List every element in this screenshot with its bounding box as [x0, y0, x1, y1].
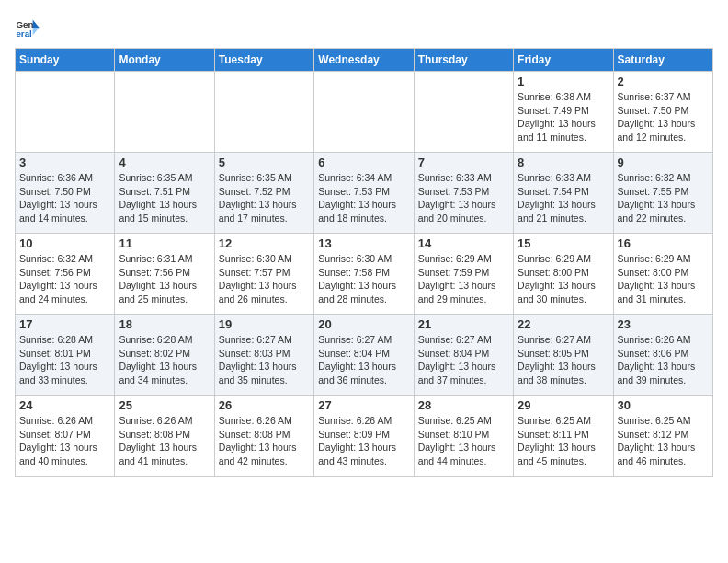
day-number: 2 — [618, 75, 709, 88]
cell-line: Sunset: 8:01 PM — [19, 347, 110, 361]
cell-line: Sunrise: 6:33 AM — [418, 171, 509, 185]
cell-line: Sunrise: 6:29 AM — [418, 252, 509, 266]
cell-line: Sunrise: 6:31 AM — [119, 252, 210, 266]
day-number: 5 — [219, 155, 310, 169]
cell-line: Daylight: 13 hours — [418, 279, 509, 293]
weekday-header-monday: Monday — [115, 49, 214, 72]
cell-line: and 41 minutes. — [119, 454, 210, 468]
day-number: 19 — [219, 317, 310, 331]
cell-line: Daylight: 13 hours — [19, 279, 110, 293]
cell-line: and 26 minutes. — [219, 293, 310, 306]
cell-line: Sunrise: 6:25 AM — [518, 414, 609, 428]
cell-line: and 38 minutes. — [518, 373, 609, 387]
cell-line: Sunset: 8:12 PM — [618, 428, 709, 442]
cell-line: Sunset: 7:57 PM — [219, 266, 310, 280]
cell-line: Sunrise: 6:36 AM — [19, 171, 110, 185]
day-number: 10 — [19, 236, 110, 250]
day-number: 17 — [19, 317, 110, 331]
calendar-cell: 29Sunrise: 6:25 AMSunset: 8:11 PMDayligh… — [514, 396, 613, 477]
cell-line: Daylight: 13 hours — [119, 198, 210, 212]
day-number: 25 — [119, 398, 210, 412]
cell-line: and 37 minutes. — [418, 373, 509, 387]
day-number: 3 — [19, 155, 110, 169]
calendar-cell: 18Sunrise: 6:28 AMSunset: 8:02 PMDayligh… — [115, 315, 214, 396]
calendar-cell: 17Sunrise: 6:28 AMSunset: 8:01 PMDayligh… — [16, 315, 115, 396]
cell-line: and 12 minutes. — [618, 131, 709, 144]
cell-line: Sunrise: 6:38 AM — [518, 90, 609, 104]
cell-line: and 25 minutes. — [119, 293, 210, 306]
day-number: 6 — [318, 155, 409, 169]
cell-line: and 34 minutes. — [119, 373, 210, 387]
cell-line: Daylight: 13 hours — [618, 279, 709, 293]
calendar-cell: 11Sunrise: 6:31 AMSunset: 7:56 PMDayligh… — [115, 234, 214, 315]
cell-line: Sunrise: 6:26 AM — [19, 414, 110, 428]
cell-line: Daylight: 13 hours — [618, 117, 709, 131]
cell-line: Sunset: 7:54 PM — [518, 185, 609, 199]
day-number: 9 — [618, 155, 709, 169]
calendar-cell: 22Sunrise: 6:27 AMSunset: 8:05 PMDayligh… — [514, 315, 613, 396]
calendar-cell — [16, 72, 115, 153]
cell-line: Sunset: 7:52 PM — [219, 185, 310, 199]
cell-line: Daylight: 13 hours — [518, 198, 609, 212]
calendar-cell: 4Sunrise: 6:35 AMSunset: 7:51 PMDaylight… — [115, 153, 214, 234]
cell-line: Sunset: 7:55 PM — [618, 185, 709, 199]
calendar-cell — [115, 72, 214, 153]
day-number: 29 — [518, 398, 609, 412]
cell-line: and 11 minutes. — [518, 131, 609, 144]
cell-line: and 45 minutes. — [518, 454, 609, 468]
cell-line: Sunrise: 6:27 AM — [518, 333, 609, 347]
calendar-cell: 10Sunrise: 6:32 AMSunset: 7:56 PMDayligh… — [16, 234, 115, 315]
calendar-cell: 9Sunrise: 6:32 AMSunset: 7:55 PMDaylight… — [613, 153, 712, 234]
cell-line: Daylight: 13 hours — [518, 441, 609, 454]
cell-line: Sunrise: 6:34 AM — [318, 171, 409, 185]
cell-line: Daylight: 13 hours — [618, 360, 709, 373]
cell-line: Daylight: 13 hours — [19, 441, 110, 454]
cell-line: Sunrise: 6:35 AM — [219, 171, 310, 185]
cell-line: Sunset: 8:02 PM — [119, 347, 210, 361]
day-number: 11 — [119, 236, 210, 250]
cell-line: Sunrise: 6:26 AM — [119, 414, 210, 428]
calendar-table: SundayMondayTuesdayWednesdayThursdayFrid… — [15, 48, 713, 477]
calendar-cell: 24Sunrise: 6:26 AMSunset: 8:07 PMDayligh… — [16, 396, 115, 477]
day-number: 28 — [418, 398, 509, 412]
cell-line: Daylight: 13 hours — [418, 198, 509, 212]
cell-line: Daylight: 13 hours — [418, 441, 509, 454]
day-number: 23 — [618, 317, 709, 331]
cell-line: and 33 minutes. — [19, 373, 110, 387]
calendar-week-row: 17Sunrise: 6:28 AMSunset: 8:01 PMDayligh… — [16, 315, 713, 396]
cell-line: Sunset: 7:51 PM — [119, 185, 210, 199]
cell-line: Sunset: 8:11 PM — [518, 428, 609, 442]
calendar-week-row: 24Sunrise: 6:26 AMSunset: 8:07 PMDayligh… — [16, 396, 713, 477]
cell-line: Sunrise: 6:28 AM — [119, 333, 210, 347]
day-number: 22 — [518, 317, 609, 331]
calendar-cell: 5Sunrise: 6:35 AMSunset: 7:52 PMDaylight… — [214, 153, 313, 234]
calendar-cell: 21Sunrise: 6:27 AMSunset: 8:04 PMDayligh… — [414, 315, 513, 396]
cell-line: Sunset: 8:03 PM — [219, 347, 310, 361]
cell-line: and 43 minutes. — [318, 454, 409, 468]
cell-line: Sunrise: 6:37 AM — [618, 90, 709, 104]
cell-line: and 35 minutes. — [219, 373, 310, 387]
day-number: 30 — [618, 398, 709, 412]
cell-line: Daylight: 13 hours — [19, 360, 110, 373]
cell-line: Sunrise: 6:32 AM — [19, 252, 110, 266]
cell-line: and 14 minutes. — [19, 212, 110, 225]
day-number: 24 — [19, 398, 110, 412]
logo-icon: Gen eral — [15, 15, 40, 40]
day-number: 4 — [119, 155, 210, 169]
calendar-cell: 7Sunrise: 6:33 AMSunset: 7:53 PMDaylight… — [414, 153, 513, 234]
calendar-cell: 14Sunrise: 6:29 AMSunset: 7:59 PMDayligh… — [414, 234, 513, 315]
day-number: 27 — [318, 398, 409, 412]
day-number: 13 — [318, 236, 409, 250]
cell-line: Sunrise: 6:30 AM — [318, 252, 409, 266]
day-number: 12 — [219, 236, 310, 250]
cell-line: and 20 minutes. — [418, 212, 509, 225]
cell-line: Daylight: 13 hours — [119, 360, 210, 373]
cell-line: Sunset: 8:08 PM — [119, 428, 210, 442]
day-number: 26 — [219, 398, 310, 412]
calendar-cell: 19Sunrise: 6:27 AMSunset: 8:03 PMDayligh… — [214, 315, 313, 396]
calendar-body: 1Sunrise: 6:38 AMSunset: 7:49 PMDaylight… — [16, 72, 713, 477]
calendar-cell: 3Sunrise: 6:36 AMSunset: 7:50 PMDaylight… — [16, 153, 115, 234]
cell-line: Sunset: 7:56 PM — [19, 266, 110, 280]
cell-line: Daylight: 13 hours — [219, 279, 310, 293]
cell-line: Daylight: 13 hours — [618, 198, 709, 212]
